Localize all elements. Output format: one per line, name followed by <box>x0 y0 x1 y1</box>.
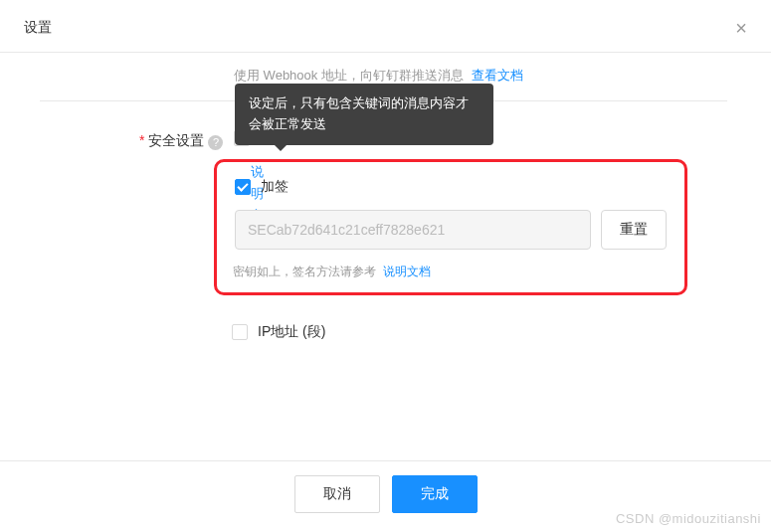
option-ip-label: IP地址 (段) <box>258 323 325 341</box>
reset-button[interactable]: 重置 <box>601 210 667 250</box>
checkbox-icon[interactable] <box>232 324 248 340</box>
close-icon[interactable]: × <box>735 18 747 38</box>
dialog-title: 设置 <box>24 19 52 37</box>
cancel-button[interactable]: 取消 <box>294 475 380 513</box>
webhook-doc-link[interactable]: 查看文档 <box>472 68 523 83</box>
option-ip[interactable]: IP地址 (段) <box>232 323 727 341</box>
dialog-header: 设置 × <box>0 0 771 53</box>
secret-hint: 密钥如上，签名方法请参考 说明文档 <box>233 264 667 280</box>
security-label: 安全设置 <box>148 132 204 148</box>
required-mark: * <box>139 132 144 148</box>
keyword-tooltip: 设定后，只有包含关键词的消息内容才会被正常发送 <box>235 84 493 145</box>
question-icon[interactable]: ? <box>208 135 223 150</box>
checkbox-checked-icon[interactable] <box>235 179 251 195</box>
webhook-hint-text: 使用 Webhook 地址，向钉钉群推送消息 <box>234 68 464 83</box>
secret-hint-text: 密钥如上，签名方法请参考 <box>233 265 376 278</box>
watermark: CSDN @midouzitianshi <box>616 511 761 526</box>
option-sign-label: 加签 <box>261 178 289 196</box>
confirm-button[interactable]: 完成 <box>392 475 478 513</box>
secret-hint-link[interactable]: 说明文档 <box>383 265 431 278</box>
tooltip-text: 设定后，只有包含关键词的消息内容才会被正常发送 <box>249 95 469 131</box>
option-sign[interactable]: 加签 <box>235 178 667 196</box>
security-label-row: *安全设置? <box>139 129 234 151</box>
sign-highlight-box: 加签 重置 密钥如上，签名方法请参考 说明文档 <box>214 159 687 295</box>
sign-secret-input[interactable] <box>235 210 591 250</box>
